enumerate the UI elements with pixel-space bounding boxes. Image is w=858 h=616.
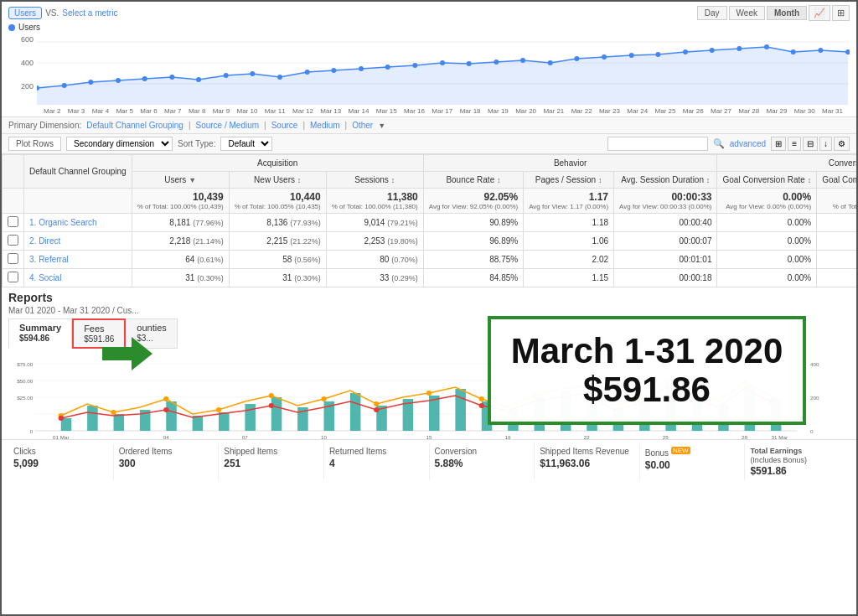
svg-text:200: 200 xyxy=(810,395,819,401)
row-checkbox[interactable] xyxy=(8,253,18,264)
goal-completions-col-header[interactable]: Goal Completions ↕ xyxy=(817,172,856,189)
source-link[interactable]: Source xyxy=(271,121,298,130)
line-chart-btn[interactable]: 📈 xyxy=(809,5,830,21)
svg-point-18 xyxy=(440,60,445,65)
row-checkbox[interactable] xyxy=(8,272,18,282)
shipped-items-value: 251 xyxy=(224,458,318,469)
grid-view-btn[interactable]: ⊞ xyxy=(771,137,786,151)
default-channel-grouping-link[interactable]: Default Channel Grouping xyxy=(86,121,183,130)
svg-point-8 xyxy=(169,75,174,80)
ordered-items-label: Ordered Items xyxy=(119,447,214,456)
row3-bounce: 88.75% xyxy=(489,255,518,264)
svg-point-29 xyxy=(737,46,742,51)
row2-sessions: 2,253 xyxy=(364,236,385,246)
direct-num[interactable]: 2. xyxy=(29,236,36,246)
svg-rect-40 xyxy=(87,406,98,431)
svg-point-71 xyxy=(269,393,274,398)
row-checkbox[interactable] xyxy=(8,235,18,246)
svg-point-13 xyxy=(305,70,310,75)
reports-date: Mar 01 2020 - Mar 31 2020 / Cus... xyxy=(8,306,850,315)
data-table-container: Default Channel Grouping Acquisition Beh… xyxy=(2,154,856,287)
search-icon[interactable]: 🔍 xyxy=(713,138,725,149)
settings-btn[interactable]: ⚙ xyxy=(834,137,850,151)
referral-num[interactable]: 3. xyxy=(29,255,36,264)
metric-badge[interactable]: Users xyxy=(8,7,42,19)
svg-rect-43 xyxy=(166,401,177,431)
total-earnings-title: Total Earnings xyxy=(750,447,802,455)
advanced-link[interactable]: advanced xyxy=(730,139,766,148)
chart-view-buttons: Day Week Month 📈 ⊞ xyxy=(697,5,850,21)
referral-channel[interactable]: Referral xyxy=(39,255,69,264)
svg-text:$25.00: $25.00 xyxy=(17,395,34,401)
sessions-col-header[interactable]: Sessions ↕ xyxy=(326,172,423,189)
svg-point-7 xyxy=(142,76,147,81)
search-input[interactable] xyxy=(607,137,708,151)
summary-tab[interactable]: Summary $594.86 xyxy=(8,318,72,349)
row2-new-users: 2,215 xyxy=(266,236,287,246)
other-link[interactable]: Other xyxy=(352,121,373,130)
svg-rect-54 xyxy=(455,389,466,431)
total-users: 10,439 xyxy=(137,191,224,203)
svg-point-85 xyxy=(479,403,484,408)
list-view-btn[interactable]: ≡ xyxy=(788,137,801,151)
svg-text:0: 0 xyxy=(30,428,34,434)
svg-text:01 Mar: 01 Mar xyxy=(53,434,70,439)
bar-chart-btn[interactable]: ⊞ xyxy=(832,5,850,21)
ordered-items-stat: Ordered Items 300 xyxy=(114,443,220,480)
svg-point-82 xyxy=(163,407,168,412)
svg-point-24 xyxy=(602,54,607,60)
social-num[interactable]: 4. xyxy=(29,273,36,282)
svg-point-6 xyxy=(116,78,121,83)
shipped-items-stat: Shipped Items 251 xyxy=(219,443,324,480)
svg-point-70 xyxy=(216,407,221,412)
day-view-btn[interactable]: Day xyxy=(697,6,727,20)
table-row: 2. Direct 2,218 (21.14%) 2,215 (21.22%) … xyxy=(3,232,857,251)
new-users-col-header[interactable]: New Users ↕ xyxy=(229,172,326,189)
pivot-btn[interactable]: ⊟ xyxy=(803,137,818,151)
shipped-revenue-stat: Shipped Items Revenue $11,963.06 xyxy=(535,443,640,480)
svg-point-11 xyxy=(250,71,255,76)
source-medium-link[interactable]: Source / Medium xyxy=(196,121,260,130)
toolbar-icons: ⊞ ≡ ⊟ ↓ ⚙ xyxy=(771,137,850,151)
row-checkbox[interactable] xyxy=(8,216,18,227)
total-avg-session-view: Avg for View: 00:00:33 (0.00%) xyxy=(619,203,711,210)
direct-channel[interactable]: Direct xyxy=(39,236,60,246)
sort-type-select[interactable]: Default xyxy=(220,137,272,151)
row4-new-users: 31 xyxy=(282,273,292,282)
svg-point-5 xyxy=(88,80,93,85)
month-view-btn[interactable]: Month xyxy=(767,6,807,20)
bounce-rate-col-header[interactable]: Bounce Rate ↕ xyxy=(423,172,523,189)
users-col-header[interactable]: Users ▼ xyxy=(132,172,229,189)
svg-text:31 Mar: 31 Mar xyxy=(772,434,788,439)
total-sessions: 11,380 xyxy=(332,191,418,203)
medium-link[interactable]: Medium xyxy=(310,121,340,130)
svg-text:10: 10 xyxy=(321,434,328,439)
row2-users: 2,218 xyxy=(169,236,190,246)
channel-header[interactable]: Default Channel Grouping xyxy=(24,155,132,189)
row1-sessions-pct: (79.21%) xyxy=(387,219,418,227)
select-metric-link[interactable]: Select a metric xyxy=(62,8,117,18)
week-view-btn[interactable]: Week xyxy=(729,6,765,20)
plot-rows-button[interactable]: Plot Rows xyxy=(8,137,61,151)
organic-search-link[interactable]: 1. xyxy=(29,218,36,227)
separator: | xyxy=(264,121,266,130)
screenshot-container: Users VS. Select a metric Day Week Month… xyxy=(0,0,858,616)
goal-conversion-col-header[interactable]: Goal Conversion Rate ↕ xyxy=(717,172,817,189)
row1-new-users-pct: (77.93%) xyxy=(290,219,321,227)
row3-avg-session: 00:01:01 xyxy=(680,255,712,264)
dimension-bar: Primary Dimension: Default Channel Group… xyxy=(2,117,856,134)
secondary-dimension-select[interactable]: Secondary dimension xyxy=(66,137,173,151)
svg-point-15 xyxy=(359,66,364,71)
organic-search-channel[interactable]: Organic Search xyxy=(39,218,96,227)
svg-point-83 xyxy=(269,403,274,408)
svg-point-21 xyxy=(520,58,525,63)
download-btn[interactable]: ↓ xyxy=(819,137,832,151)
bonus-label: Bonus NEW xyxy=(645,447,740,458)
y-label-200: 200 xyxy=(21,82,34,91)
avg-session-col-header[interactable]: Avg. Session Duration ↕ xyxy=(614,172,717,189)
legend-label: Users xyxy=(18,23,40,32)
row2-pages: 1.06 xyxy=(592,236,608,246)
social-channel[interactable]: Social xyxy=(39,273,61,282)
pages-session-col-header[interactable]: Pages / Session ↕ xyxy=(524,172,614,189)
svg-rect-45 xyxy=(219,412,230,431)
